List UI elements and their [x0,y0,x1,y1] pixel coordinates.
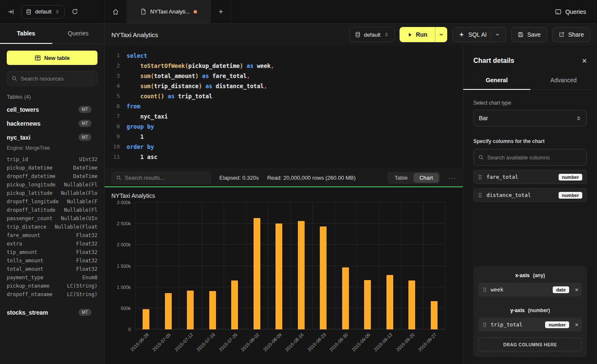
database-selector[interactable]: default [21,5,65,19]
gridline [268,202,268,329]
share-label: Share [568,31,584,38]
run-main[interactable]: Run [400,27,435,42]
engine-badge: MT [78,120,92,127]
x-tick-label: 2015-09-06 [351,332,371,352]
line-number: 2 [105,61,120,71]
x-tick-label: 2015-09-27 [417,332,438,352]
toggle-chart[interactable]: Chart [413,173,439,183]
new-table-label: New table [44,55,70,61]
remove-x-axis-icon[interactable]: × [575,287,578,293]
close-icon[interactable]: × [582,57,587,65]
y-axis-item-trip-total[interactable]: trip_total number × [478,318,582,332]
y-tick-label: 1 000k [117,285,131,290]
column-row: tip_amountFloat32 [7,248,97,256]
content-row: 1select2 toStartOfWeek(pickup_datetime) … [105,46,597,364]
code-line: 9 1 [105,132,463,142]
code-line: 2 toStartOfWeek(pickup_datetime) as week… [105,61,463,71]
bar-2015-08-02 [254,218,260,329]
sql-editor[interactable]: 1select2 toStartOfWeek(pickup_datetime) … [105,46,463,169]
axis-column-name: week [491,286,503,293]
plus-icon: + [219,7,223,16]
line-number: 5 [105,91,120,101]
y-tick-label: 500k [121,306,131,311]
home-tab[interactable] [105,0,127,23]
x-tick-label: 2015-09-20 [395,332,415,352]
sidebar: Tables Queries New table Tables (4) cell… [0,24,105,364]
sql-ai-button[interactable]: SQL AI [452,27,506,42]
column-row: dropoff_latitudeNullable(Fl [7,206,97,214]
view-toggle: Table Chart [387,172,440,184]
run-button[interactable]: Run [400,27,447,42]
column-row: dropoff_ntanameLC(String) [7,290,97,299]
chart-type-select[interactable]: Bar [473,110,587,127]
sidebar-search-input[interactable] [21,75,93,82]
line-number: 11 [105,152,120,162]
share-button[interactable]: Share [552,27,590,42]
tab-general[interactable]: General [463,73,530,90]
x-tick-label: 2015-07-05 [151,332,172,352]
gridline [357,202,357,329]
table-item-stocks-stream[interactable]: stocks_stream MT [0,305,104,319]
table-item-nyc-taxi[interactable]: nyc_taxi MT [0,130,104,144]
column-row: tolls_amountFloat32 [7,256,97,265]
results-toolbar: Elapsed: 0.320s Read: 20,000,000 rows (2… [105,169,463,186]
tab-label: NYTaxi Analyti... [150,8,190,15]
table-name: nyc_taxi [7,134,78,141]
gridline [135,202,135,329]
column-chip-fare-total[interactable]: fare_total number [473,170,587,184]
columns-search-input[interactable] [487,154,582,161]
results-search[interactable] [111,172,211,184]
search-icon [11,75,17,81]
x-tick-label: 2015-08-02 [240,332,260,352]
results-search-input[interactable] [125,175,206,181]
sidebar-search[interactable] [7,71,97,86]
run-label: Run [416,31,427,38]
save-button[interactable]: Save [511,27,547,42]
queries-label: Queries [565,8,586,15]
column-name: fare_total [486,174,518,180]
columns-search[interactable] [473,149,587,166]
column-row: total_amountFloat32 [7,265,97,273]
query-header: NYTaxi Analytics default Run [105,24,597,46]
line-number: 3 [105,71,120,81]
table-item-hackernews[interactable]: hackernews MT [0,116,104,130]
sidebar-tab-tables[interactable]: Tables [0,24,52,44]
button-divider [491,31,491,38]
column-row: pickup_latitudeNullable(Flo [7,189,97,197]
toggle-table[interactable]: Table [389,173,413,183]
code-line: 8group by [105,121,463,132]
column-row: pickup_longitudeNullable(Fl [7,181,97,189]
table-name: cell_towers [7,106,78,113]
header-database-selector[interactable]: default [349,27,394,42]
sidebar-toggle-icon[interactable] [6,7,16,17]
axis-column-name: trip_total [491,321,522,328]
table-item-cell-towers[interactable]: cell_towers MT [0,102,104,116]
new-tab-button[interactable]: + [211,0,231,23]
column-row: dropoff_datetimeDateTime [7,172,97,181]
type-badge: number [559,192,582,199]
database-selector-value: default [35,8,51,15]
code-line: 11 1 asc [105,152,463,162]
page-title: NYTaxi Analytics [111,31,344,38]
drop-zone[interactable]: DRAG COLUMNS HERE [478,337,582,351]
x-axis-item-week[interactable]: week date × [478,283,582,297]
axes-card: x-axis(any) week date × y-axis(number) [473,266,587,357]
gridline [423,202,424,329]
drag-handle-icon [478,192,482,198]
run-options-button[interactable] [435,27,447,42]
table-name: stocks_stream [7,309,78,316]
x-tick-label: 2015-07-19 [196,332,216,352]
column-row: dropoff_longitudeNullable(F [7,197,97,206]
tab-nytaxi-analytics[interactable]: NYTaxi Analyti... [127,0,211,23]
unsaved-indicator [194,10,197,13]
chevron-updown-icon [384,32,389,37]
more-options-icon[interactable]: ··· [448,174,456,181]
remove-y-axis-icon[interactable]: × [575,322,578,328]
tab-advanced[interactable]: Advanced [530,73,597,90]
bar-2015-08-09 [276,224,282,329]
sidebar-tab-queries[interactable]: Queries [52,24,105,44]
refresh-icon[interactable] [70,7,80,17]
queries-button[interactable]: Queries [555,8,586,15]
column-chip-distance-total[interactable]: distance_total number [473,188,587,202]
new-table-button[interactable]: New table [7,51,97,65]
